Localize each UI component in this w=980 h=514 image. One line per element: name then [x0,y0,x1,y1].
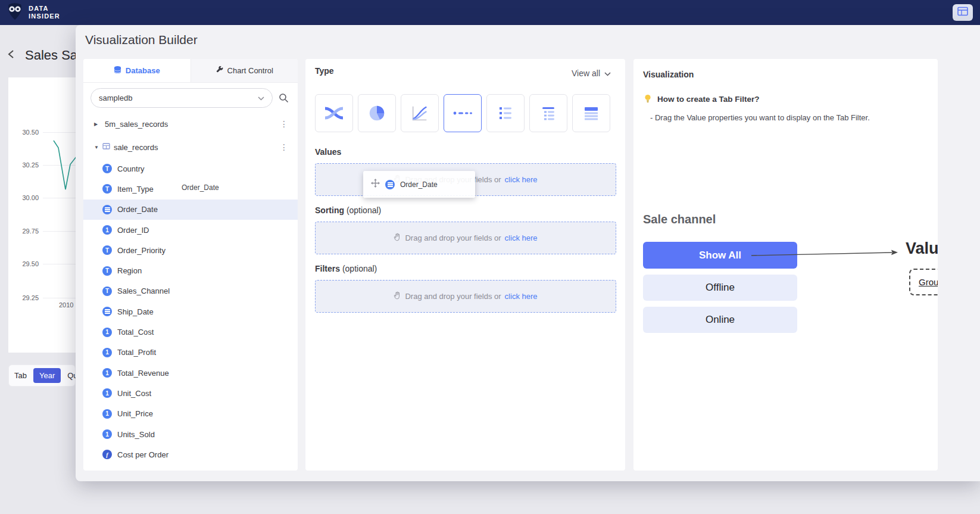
text-field-icon [102,245,112,255]
field-row-sales-channel[interactable]: Sales_Channel [83,281,298,301]
number-field-icon [102,328,112,337]
field-row-country[interactable]: Country [83,158,298,179]
database-select[interactable]: sampledb [90,88,273,108]
kebab-menu-icon[interactable]: ⋮ [280,119,288,129]
tree-node-label: 5m_sales_records [105,120,168,129]
y-axis-tick: 30.00 [11,194,39,201]
chart-type-table-button[interactable] [572,94,610,132]
field-row-region[interactable]: Region [83,260,298,281]
chart-type-pie-button[interactable] [358,94,396,132]
value-annotation: Value [906,239,938,258]
table-icon [102,142,110,152]
tree-node-label: sale_records [114,143,158,152]
show-all-button[interactable]: Show All [643,242,797,269]
search-icon[interactable] [279,93,289,105]
number-field-icon [102,348,112,357]
drag-ghost-card[interactable]: Order_Date [363,171,475,198]
field-name: Unit_Price [117,409,153,418]
chart-type-list-button[interactable] [486,94,525,132]
field-row-ship-date[interactable]: Ship_Date [83,301,298,322]
drag-ghost-label: Order_Date [400,180,438,189]
database-select-value: sampledb [99,94,132,102]
logo-text: DATA INSIDER [29,5,60,20]
field-row-total-revenue[interactable]: Total_Revenue [83,363,298,383]
field-row-order-priority[interactable]: Order_Priority [83,240,298,260]
click-here-link[interactable]: click here [505,175,538,184]
field-name: Unit_Cost [117,389,151,398]
tab-database[interactable]: Database [83,59,191,82]
kebab-menu-icon[interactable]: ⋮ [280,142,288,152]
background-chart-card [8,77,76,353]
tab-chart-control[interactable]: Chart Control [191,59,298,82]
field-name: Cost per Order [117,450,168,459]
builder-panel: Type View all [305,59,625,471]
list-icon [495,102,516,124]
number-field-icon [102,368,112,378]
dashboard-grid-button[interactable] [953,4,973,21]
left-panel-tabs: Database Chart Control [83,59,298,83]
modal-title: Visualization Builder [85,33,198,47]
click-here-link[interactable]: click here [505,233,538,242]
online-button[interactable]: Online [643,307,797,333]
tree-node-5m-sales-records[interactable]: ▶ 5m_sales_records ⋮ [83,115,298,133]
dropzone-hint-text: Drag and drop your fields or [405,233,501,242]
field-row-cost-per-order[interactable]: Cost per Order [83,444,298,465]
sorting-dropzone[interactable]: Drag and drop your fields or click here [315,222,616,254]
sankey-icon [323,102,345,124]
field-name: Item_Type [117,185,154,194]
field-row-units-sold[interactable]: Units_Sold [83,424,298,444]
chart-type-line-button[interactable] [401,94,439,132]
view-all-label: View all [572,68,600,78]
field-row-total-cost[interactable]: Total_Cost [83,322,298,342]
back-button[interactable] [6,49,17,62]
field-row-order-date[interactable]: Order_Date [83,200,298,220]
field-name: Order_Priority [117,246,166,255]
table-view-icon [580,102,602,124]
topbar: DATA INSIDER [0,0,980,25]
field-name: Total_Cost [117,328,154,337]
chart-type-grouped-list-button[interactable] [529,94,567,132]
preview-title: Sale channel [643,213,716,226]
visualization-header: Visualization [643,70,694,79]
values-label: Values [315,147,341,157]
view-all-button[interactable]: View all [572,68,611,78]
visualization-builder-modal: Visualization Builder Database Chart Con… [76,25,980,481]
tab-granularity-year[interactable]: Year [33,368,61,383]
tab-granularity-tab[interactable]: Tab [14,371,27,380]
gridline [43,198,76,198]
caret-down-icon[interactable]: ▼ [94,145,101,150]
y-axis-tick: 29.25 [11,294,39,301]
click-here-link[interactable]: click here [505,292,538,301]
date-field-icon [102,307,112,316]
field-row-order-id[interactable]: Order_ID [83,220,298,240]
tree-node-sale-records[interactable]: ▼ sale_records ⋮ [83,138,298,156]
chart-type-sankey-button[interactable] [315,94,353,132]
field-name: Country [117,164,145,173]
field-row-total-profit[interactable]: Total_Profit [83,342,298,363]
field-row-unit-price[interactable]: Unit_Price [83,404,298,424]
y-axis-tick: 30.25 [11,161,39,169]
wrench-icon [216,66,223,76]
drag-hand-icon [394,291,401,301]
group-annotation: Group [909,269,938,295]
app-logo: DATA INSIDER [5,1,60,24]
type-label: Type [315,66,334,76]
date-field-icon [385,180,395,189]
field-list: Country Item_Type Order_Date Order_ID Or… [83,158,298,465]
offline-button[interactable]: Offline [643,275,797,301]
tab-chart-control-label: Chart Control [227,66,273,75]
line-chart-fragment [50,136,77,195]
owl-logo-icon [5,1,25,24]
hint-body: - Drag the Value properties you want to … [650,113,912,122]
database-panel: Database Chart Control sampledb [83,59,298,471]
field-name: Order_Date [117,205,158,214]
field-row-unit-cost[interactable]: Unit_Cost [83,383,298,403]
gridline [43,132,76,133]
sorting-label: Sorting (optional) [315,205,381,215]
caret-right-icon[interactable]: ▶ [94,122,101,127]
page-header: Sales Sa [6,48,77,63]
hint-title: How to create a Tab Filter? [657,95,760,104]
chart-type-dash-button[interactable] [444,94,482,132]
chart-type-picker [315,94,610,132]
filters-dropzone[interactable]: Drag and drop your fields or click here [315,280,616,313]
